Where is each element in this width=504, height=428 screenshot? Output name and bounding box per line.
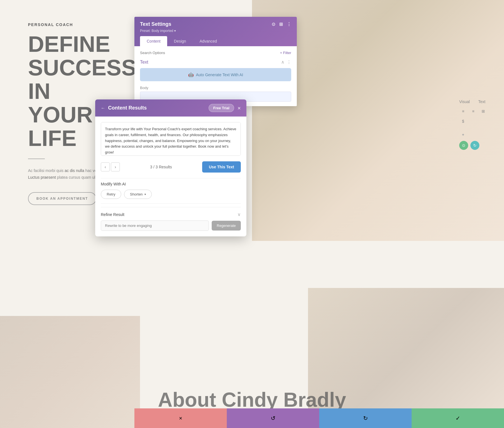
free-trial-badge[interactable]: Free Trial [209,104,234,112]
result-textarea[interactable]: Transform your life with Your Personal C… [101,122,241,156]
shorten-button[interactable]: Shorten [124,190,152,199]
refine-input[interactable] [101,220,209,231]
check-icon: ✓ [456,415,460,422]
use-this-text-button[interactable]: Use This Text [202,161,241,173]
visual-tab[interactable]: Visual [459,99,470,104]
refine-label: Refine Result [101,212,124,217]
sparkle-icon[interactable]: ✦ [459,131,467,139]
refine-input-row: Regenerate [101,220,241,231]
refresh-icon: ↻ [473,143,477,148]
columns-icon[interactable]: ⊞ [279,22,283,27]
content-results-modal: ← Content Results Free Trial × Transform… [95,99,246,236]
close-icon[interactable]: × [237,105,241,111]
modal-header-left: ← Content Results [101,105,147,111]
back-icon[interactable]: ← [101,106,105,111]
modal-body: Transform your life with Your Personal C… [95,117,246,236]
ai-teal-button[interactable]: ↻ [470,141,479,150]
toolbar-cancel-button[interactable]: × [134,408,227,428]
hero-divider [28,159,45,159]
about-section: About Cindy Bradly [0,388,504,411]
modify-label: Modify With AI [101,182,241,186]
book-appointment-button[interactable]: BOOK AN APPOINTMENT [28,192,96,205]
panel-body: + Filter Text ∧ ⋮ 🤖 Auto Generate Text W… [134,46,297,106]
circle-icon: ⊙ [462,143,465,148]
regenerate-button[interactable]: Regenerate [212,221,241,231]
modal-header: ← Content Results Free Trial × [95,99,246,117]
cancel-icon: × [179,415,182,422]
hero-title-line2: SUCCESS IN [28,56,123,103]
text-section-title: Text [140,60,148,65]
ai-icon: 🤖 [188,72,194,77]
panel-header: Text Settings ⊙ ⊞ ⋮ Preset: Body importe… [134,17,297,46]
result-nav-row: ‹ › 3 / 3 Results Use This Text [101,161,241,173]
more2-icon[interactable]: ⋮ [287,59,291,65]
text-section-actions: ∧ ⋮ [281,59,291,65]
chevron-up-icon[interactable]: ∧ [281,59,284,65]
prev-result-button[interactable]: ‹ [101,162,110,171]
body-label: Body [140,86,291,90]
refine-section: Refine Result ∨ Regenerate [101,207,241,231]
hero-title-line1: DEFINE [28,32,123,56]
visual-text-tabs: Visual Text [459,99,493,104]
text-settings-panel: Text Settings ⊙ ⊞ ⋮ Preset: Body importe… [134,17,297,106]
table-icon[interactable]: ⊞ [479,107,487,115]
retry-button[interactable]: Retry [101,190,121,199]
tab-design[interactable]: Design [167,36,193,46]
align-left-icon[interactable]: ≡ [459,107,467,115]
panel-title-text: Text Settings [140,21,171,27]
modify-section: Modify With AI Retry Shorten [101,182,241,199]
more-options-icon[interactable]: ⋮ [287,22,291,27]
modal-title: Content Results [108,105,147,111]
tab-advanced[interactable]: Advanced [193,36,224,46]
toolbar-check-button[interactable]: ✓ [412,408,504,428]
align-center-icon[interactable]: ≡ [469,107,477,115]
target-icon[interactable]: ⊙ [272,22,275,27]
filter-button[interactable]: + Filter [280,51,291,55]
toolbar-redo-button[interactable]: ↻ [319,408,412,428]
auto-generate-button[interactable]: 🤖 Auto Generate Text With AI [140,68,291,81]
ai-action-icons: ⊙ ↻ [459,141,493,150]
right-panel: Visual Text ≡ ≡ ⊞ $ ✦ ⊙ ↻ [459,99,493,150]
panel-preset[interactable]: Preset: Body imported ▾ [140,29,291,33]
undo-icon: ↺ [271,415,276,422]
text-section-header: Text ∧ ⋮ [140,59,291,65]
refine-header: Refine Result ∨ [101,212,241,217]
divider2 [101,203,241,204]
panel-tabs: Content Design Advanced [140,36,291,46]
refine-chevron-icon: ∨ [237,212,241,217]
nav-arrows: ‹ › [101,162,120,171]
panel-title-icons: ⊙ ⊞ ⋮ [272,22,291,27]
dollar-icon[interactable]: $ [459,117,467,125]
redo-icon: ↻ [363,415,368,422]
bottom-left-image [0,316,140,428]
divider1 [101,178,241,178]
search-filter-row: + Filter [140,51,291,55]
format-icons: ≡ ≡ ⊞ $ [459,107,493,125]
toolbar-undo-button[interactable]: ↺ [227,408,319,428]
about-title: About Cindy Bradly [56,388,448,411]
next-result-button[interactable]: › [111,162,120,171]
ai-green-button[interactable]: ⊙ [459,141,468,150]
modal-header-right: Free Trial × [209,104,241,112]
panel-title-row: Text Settings ⊙ ⊞ ⋮ [140,21,291,27]
bottom-toolbar: × ↺ ↻ ✓ [134,408,504,428]
text-tab[interactable]: Text [478,99,486,104]
search-input[interactable] [140,51,280,55]
modify-buttons: Retry Shorten [101,190,241,199]
personal-coach-label: PERSONAL COACH [28,22,123,27]
result-count: 3 / 3 Results [150,165,172,169]
tab-content[interactable]: Content [140,36,167,46]
